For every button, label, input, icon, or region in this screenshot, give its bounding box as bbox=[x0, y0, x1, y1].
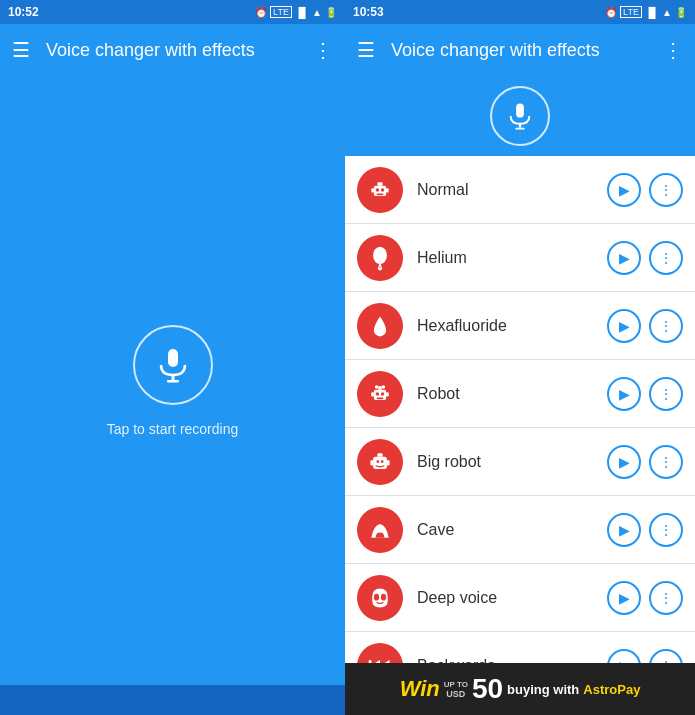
effects-list: Normal ▶ ⋮ Helium ▶ ⋮ Hexafluoride ▶ ⋮ bbox=[345, 156, 695, 663]
svg-point-11 bbox=[381, 188, 384, 191]
more-button-cave[interactable]: ⋮ bbox=[649, 513, 683, 547]
ad-usd-label: USD bbox=[446, 689, 465, 699]
more-button-big-robot[interactable]: ⋮ bbox=[649, 445, 683, 479]
effect-actions-helium: ▶ ⋮ bbox=[607, 241, 683, 275]
effect-icon-cave bbox=[357, 507, 403, 553]
wifi-icon: ▲ bbox=[312, 7, 322, 18]
svg-point-19 bbox=[382, 385, 385, 388]
effect-item-normal: Normal ▶ ⋮ bbox=[345, 156, 695, 224]
svg-rect-8 bbox=[386, 188, 389, 192]
left-more-icon[interactable]: ⋮ bbox=[313, 38, 333, 62]
svg-rect-16 bbox=[371, 392, 374, 396]
svg-rect-12 bbox=[377, 193, 384, 195]
more-button-helium[interactable]: ⋮ bbox=[649, 241, 683, 275]
effect-item-hexafluoride: Hexafluoride ▶ ⋮ bbox=[345, 292, 695, 360]
ad-upto: UP TO bbox=[444, 680, 468, 689]
right-app-title: Voice changer with effects bbox=[391, 40, 647, 61]
effect-item-helium: Helium ▶ ⋮ bbox=[345, 224, 695, 292]
svg-rect-5 bbox=[515, 128, 524, 130]
effect-item-cave: Cave ▶ ⋮ bbox=[345, 496, 695, 564]
record-button-right[interactable] bbox=[490, 86, 550, 146]
tap-label: Tap to start recording bbox=[107, 421, 239, 437]
effect-actions-backwards: ▶ ⋮ bbox=[607, 649, 683, 664]
svg-rect-23 bbox=[377, 397, 384, 399]
effect-name-big-robot: Big robot bbox=[403, 453, 607, 471]
left-app-bar: ☰ Voice changer with effects ⋮ bbox=[0, 24, 345, 76]
svg-rect-17 bbox=[386, 392, 389, 396]
ad-content: Win UP TO USD 50 buying with AstroPay bbox=[400, 673, 641, 705]
svg-point-22 bbox=[381, 392, 384, 395]
effect-actions-deep-voice: ▶ ⋮ bbox=[607, 581, 683, 615]
svg-point-18 bbox=[375, 385, 378, 388]
effect-icon-backwards bbox=[357, 643, 403, 664]
lte-icon-r: LTE bbox=[620, 6, 642, 18]
play-button-big-robot[interactable]: ▶ bbox=[607, 445, 641, 479]
effect-icon-deep-voice bbox=[357, 575, 403, 621]
right-status-icons: ⏰ LTE ▐▌ ▲ 🔋 bbox=[605, 6, 687, 18]
effect-actions-cave: ▶ ⋮ bbox=[607, 513, 683, 547]
right-time: 10:53 bbox=[353, 5, 384, 19]
play-button-cave[interactable]: ▶ bbox=[607, 513, 641, 547]
svg-rect-25 bbox=[370, 460, 373, 465]
alarm-icon: ⏰ bbox=[255, 7, 267, 18]
left-main-content: Tap to start recording bbox=[0, 76, 345, 685]
play-button-backwards[interactable]: ▶ bbox=[607, 649, 641, 664]
more-button-robot[interactable]: ⋮ bbox=[649, 377, 683, 411]
battery-icon: 🔋 bbox=[325, 7, 337, 18]
effect-item-deep-voice: Deep voice ▶ ⋮ bbox=[345, 564, 695, 632]
svg-rect-26 bbox=[387, 460, 390, 465]
ad-brand: AstroPay bbox=[583, 682, 640, 697]
svg-point-14 bbox=[379, 267, 382, 270]
lte-icon: LTE bbox=[270, 6, 292, 18]
right-more-icon[interactable]: ⋮ bbox=[663, 38, 683, 62]
svg-rect-9 bbox=[377, 182, 382, 185]
battery-icon-r: 🔋 bbox=[675, 7, 687, 18]
svg-point-31 bbox=[381, 593, 386, 600]
effect-actions-robot: ▶ ⋮ bbox=[607, 377, 683, 411]
mic-header bbox=[345, 76, 695, 156]
ad-banner[interactable]: Win UP TO USD 50 buying with AstroPay bbox=[345, 663, 695, 715]
left-menu-icon[interactable]: ☰ bbox=[12, 38, 30, 62]
ad-buying-text: buying with bbox=[507, 682, 579, 697]
play-button-helium[interactable]: ▶ bbox=[607, 241, 641, 275]
right-panel: 10:53 ⏰ LTE ▐▌ ▲ 🔋 ☰ Voice changer with … bbox=[345, 0, 695, 715]
effect-item-robot: Robot ▶ ⋮ bbox=[345, 360, 695, 428]
svg-rect-3 bbox=[516, 104, 524, 118]
record-button[interactable] bbox=[133, 325, 213, 405]
more-button-hexafluoride[interactable]: ⋮ bbox=[649, 309, 683, 343]
mic-icon-large bbox=[155, 347, 191, 383]
alarm-icon-r: ⏰ bbox=[605, 7, 617, 18]
effect-name-deep-voice: Deep voice bbox=[403, 589, 607, 607]
effect-name-robot: Robot bbox=[403, 385, 607, 403]
svg-point-10 bbox=[376, 188, 379, 191]
left-panel: 10:52 ⏰ LTE ▐▌ ▲ 🔋 ☰ Voice changer with … bbox=[0, 0, 345, 715]
effect-name-helium: Helium bbox=[403, 249, 607, 267]
left-status-bar: 10:52 ⏰ LTE ▐▌ ▲ 🔋 bbox=[0, 0, 345, 24]
ad-win-text: Win bbox=[400, 676, 440, 702]
more-button-deep-voice[interactable]: ⋮ bbox=[649, 581, 683, 615]
svg-rect-2 bbox=[167, 380, 179, 383]
effect-icon-robot bbox=[357, 371, 403, 417]
ad-amount: 50 bbox=[472, 673, 503, 705]
play-button-deep-voice[interactable]: ▶ bbox=[607, 581, 641, 615]
right-app-bar: ☰ Voice changer with effects ⋮ bbox=[345, 24, 695, 76]
play-button-robot[interactable]: ▶ bbox=[607, 377, 641, 411]
left-app-title: Voice changer with effects bbox=[46, 40, 297, 61]
svg-rect-28 bbox=[377, 460, 380, 463]
effect-icon-hexafluoride bbox=[357, 303, 403, 349]
more-button-backwards[interactable]: ⋮ bbox=[649, 649, 683, 664]
effect-icon-normal bbox=[357, 167, 403, 213]
right-menu-icon[interactable]: ☰ bbox=[357, 38, 375, 62]
effect-item-big-robot: Big robot ▶ ⋮ bbox=[345, 428, 695, 496]
effect-name-cave: Cave bbox=[403, 521, 607, 539]
effect-icon-big-robot bbox=[357, 439, 403, 485]
play-button-normal[interactable]: ▶ bbox=[607, 173, 641, 207]
effect-icon-helium bbox=[357, 235, 403, 281]
signal-icon: ▐▌ bbox=[295, 7, 309, 18]
signal-icon-r: ▐▌ bbox=[645, 7, 659, 18]
effect-actions-normal: ▶ ⋮ bbox=[607, 173, 683, 207]
svg-rect-4 bbox=[519, 124, 521, 128]
more-button-normal[interactable]: ⋮ bbox=[649, 173, 683, 207]
wifi-icon-r: ▲ bbox=[662, 7, 672, 18]
play-button-hexafluoride[interactable]: ▶ bbox=[607, 309, 641, 343]
